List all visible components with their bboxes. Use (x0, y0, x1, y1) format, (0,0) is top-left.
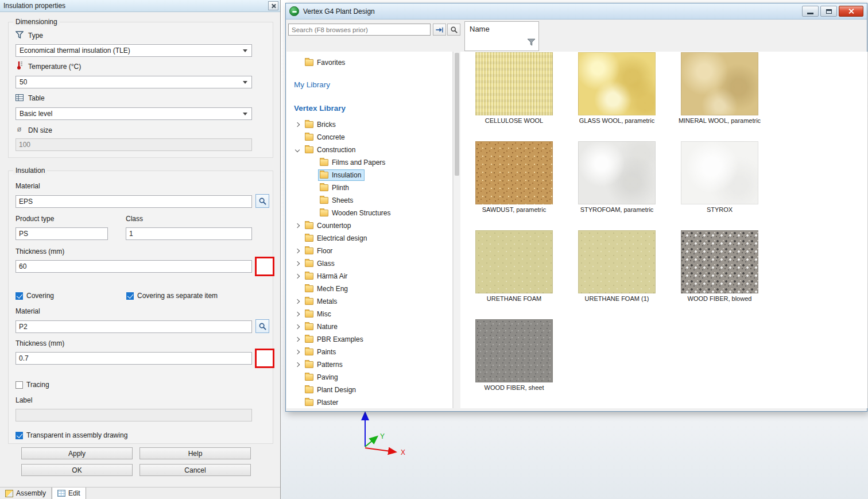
close-button[interactable] (839, 6, 863, 17)
chevron-right-icon[interactable] (291, 219, 304, 232)
material-tile[interactable]: STYROX (681, 141, 758, 217)
chevron-right-icon[interactable] (291, 257, 304, 270)
material-swatch[interactable] (681, 52, 758, 115)
material-swatch[interactable] (681, 141, 758, 204)
material-swatch[interactable] (578, 141, 656, 204)
thickness-input[interactable] (16, 260, 252, 273)
material-tile[interactable]: URETHANE FOAM (475, 230, 553, 306)
minimize-button[interactable] (802, 6, 819, 17)
tree-item-label: Plaster (317, 399, 338, 407)
material-swatch[interactable] (475, 52, 553, 115)
insulation-color-swatch[interactable] (255, 257, 274, 276)
window-titlebar[interactable]: Vertex G4 Plant Design (286, 3, 867, 20)
material-tile[interactable]: WOOD FIBER, blowed (681, 230, 758, 306)
folder-icon (305, 222, 313, 229)
material-input[interactable] (16, 195, 252, 208)
covering-thickness-input[interactable] (16, 352, 252, 365)
tree-item[interactable]: Plant Design (286, 384, 452, 396)
material-swatch[interactable] (578, 52, 656, 115)
tree-item[interactable]: Paving (286, 371, 452, 384)
material-tile[interactable]: CELLULOSE WOOL (475, 52, 553, 128)
tree-item[interactable]: Sheets (286, 194, 452, 207)
chevron-right-icon[interactable] (291, 333, 304, 346)
chevron-right-icon[interactable] (291, 270, 304, 283)
help-button[interactable]: Help (140, 447, 251, 459)
covering-checkbox[interactable] (16, 292, 23, 300)
tab-edit[interactable]: Edit (52, 488, 86, 499)
tree-item[interactable]: Mech Eng (286, 283, 452, 295)
material-swatch[interactable] (681, 230, 758, 293)
apply-button[interactable]: Apply (21, 447, 133, 459)
dialog-titlebar[interactable]: Insulation properties (0, 0, 280, 12)
chevron-right-icon[interactable] (291, 118, 304, 131)
chevron-right-icon[interactable] (291, 358, 304, 371)
chevron-right-icon[interactable] (291, 245, 304, 257)
chevron-right-icon[interactable] (291, 308, 304, 320)
tree-item[interactable]: Concrete (286, 131, 452, 144)
tree-item[interactable]: Patterns (286, 358, 452, 371)
covering-material-input[interactable] (16, 320, 252, 333)
library-search-input[interactable] (288, 24, 431, 36)
tree-item[interactable]: Electrical design (286, 232, 452, 245)
tree-item[interactable]: Bricks (286, 118, 452, 131)
temperature-combobox[interactable]: 50 (16, 76, 252, 88)
ok-button[interactable]: OK (21, 464, 133, 476)
material-swatch[interactable] (578, 230, 656, 293)
class-input[interactable] (126, 227, 252, 240)
chevron-right-icon[interactable] (291, 320, 304, 333)
type-combobox[interactable]: Economical thermal insulation (TLE) (16, 44, 252, 57)
chevron-right-icon[interactable] (291, 295, 304, 308)
tree-item[interactable]: Wooden Structures (286, 207, 452, 219)
tree-item[interactable]: Plinth (286, 181, 452, 194)
search-go-button[interactable] (433, 24, 446, 36)
dn-size-input[interactable] (16, 138, 252, 151)
tree-item[interactable]: PBR Examples (286, 333, 452, 346)
material-swatch[interactable] (475, 141, 553, 204)
product-type-input[interactable] (16, 227, 108, 240)
tree-item[interactable]: Metals (286, 295, 452, 308)
my-library-link[interactable]: My Library (286, 78, 452, 91)
material-swatch[interactable] (475, 230, 553, 293)
material-tile[interactable]: URETHANE FOAM (1) (578, 230, 656, 306)
folder-icon (305, 336, 313, 343)
material-tile[interactable]: MINERAL WOOL, parametric (681, 52, 758, 128)
material-tile[interactable]: GLASS WOOL, parametric (578, 52, 656, 128)
dialog-close-button[interactable] (268, 1, 278, 10)
tree-item[interactable]: Glass (286, 257, 452, 270)
cancel-button[interactable]: Cancel (140, 464, 251, 476)
filter-funnel-icon[interactable] (527, 38, 536, 48)
tree-item[interactable]: Plaster (286, 396, 452, 408)
tracing-checkbox[interactable] (16, 381, 23, 389)
vertex-library-header[interactable]: Vertex Library (286, 102, 452, 115)
scrollbar-thumb[interactable] (455, 53, 459, 176)
tree-item[interactable]: Films and Papers (286, 156, 452, 169)
transparent-checkbox[interactable] (16, 432, 23, 439)
material-tile[interactable]: SAWDUST, parametric (475, 141, 553, 217)
material-tile[interactable]: WOOD FIBER, sheet (475, 319, 553, 395)
tree-item[interactable]: Misc (286, 308, 452, 320)
tree-item[interactable]: Insulation (286, 169, 452, 181)
tab-assembly[interactable]: Assembly (0, 488, 52, 499)
chevron-right-icon[interactable] (291, 144, 304, 156)
search-button[interactable] (447, 24, 460, 36)
material-swatch[interactable] (475, 319, 553, 382)
tree-item[interactable]: Floor (286, 245, 452, 257)
tree-item[interactable]: Nature (286, 320, 452, 333)
maximize-button[interactable] (820, 6, 837, 17)
covering-color-swatch[interactable] (255, 349, 274, 368)
material-tile[interactable]: STYROFOAM, parametric (578, 141, 656, 217)
tree-item-label: Wooden Structures (332, 209, 391, 217)
label-input[interactable] (16, 409, 252, 421)
tree-item-favorites[interactable]: Favorites (286, 56, 452, 69)
tree-item[interactable]: Paints (286, 346, 452, 358)
covering-separate-checkbox[interactable] (126, 292, 134, 300)
tree-item[interactable]: Härmä Air (286, 270, 452, 283)
tree-scrollbar[interactable] (453, 52, 460, 408)
covering-material-search-button[interactable] (255, 319, 269, 333)
tree-item[interactable]: Countertop (286, 219, 452, 232)
table-combobox[interactable]: Basic level (16, 107, 252, 120)
tree-item[interactable]: Construction (286, 144, 452, 156)
name-column-header[interactable]: Name (464, 21, 539, 51)
material-search-button[interactable] (255, 194, 269, 208)
chevron-right-icon[interactable] (291, 346, 304, 358)
